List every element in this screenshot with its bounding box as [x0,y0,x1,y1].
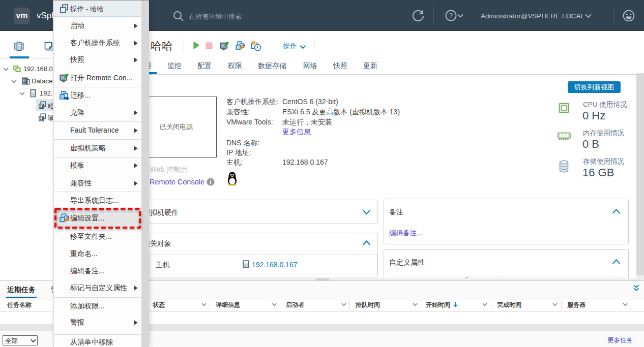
svg-text:?: ? [449,12,453,19]
